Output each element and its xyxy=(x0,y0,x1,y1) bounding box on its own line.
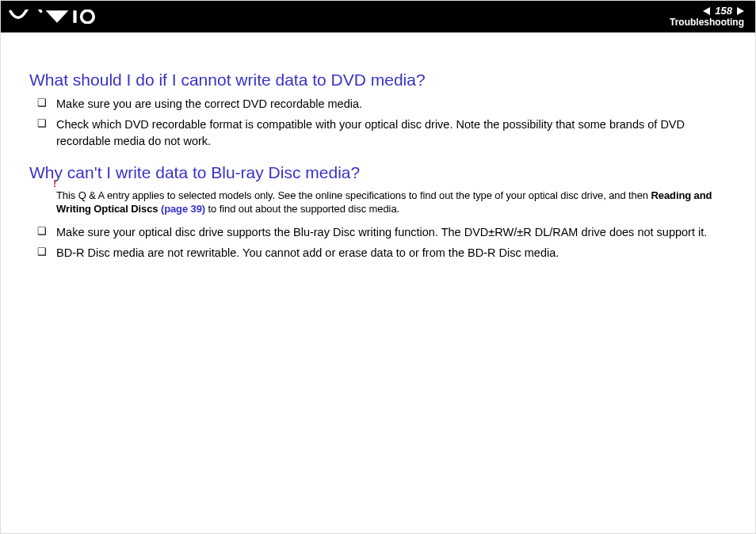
page-header: 158 Troubleshooting xyxy=(1,1,755,32)
section-label: Troubleshooting xyxy=(670,17,744,28)
next-page-icon[interactable] xyxy=(737,7,744,15)
svg-rect-0 xyxy=(73,10,76,23)
question-1-list: Make sure you are using the correct DVD … xyxy=(29,96,727,149)
note-text-2: to find out about the supported disc med… xyxy=(205,203,399,215)
note-text: This Q & A entry applies to selected mod… xyxy=(56,189,651,201)
list-item: Make sure your optical disc drive suppor… xyxy=(29,224,727,240)
list-item: Check which DVD recordable format is com… xyxy=(29,116,727,149)
prev-page-icon[interactable] xyxy=(703,7,710,15)
vaio-logo-svg xyxy=(9,10,96,24)
list-item: Make sure you are using the correct DVD … xyxy=(29,96,727,112)
page-content: What should I do if I cannot write data … xyxy=(1,32,755,280)
question-2-list: Make sure your optical disc drive suppor… xyxy=(29,224,727,261)
page-number: 158 xyxy=(715,6,732,17)
list-item: BD-R Disc media are not rewritable. You … xyxy=(29,245,727,261)
svg-point-1 xyxy=(82,10,94,23)
question-2-title: Why can't I write data to Blu-ray Disc m… xyxy=(29,163,727,182)
page-link[interactable]: (page 39) xyxy=(161,203,205,215)
model-note: ! This Q & A entry applies to selected m… xyxy=(29,189,727,216)
question-1-title: What should I do if I cannot write data … xyxy=(29,71,727,90)
vaio-logo xyxy=(9,10,96,24)
warning-icon: ! xyxy=(53,177,56,191)
page-nav: 158 xyxy=(703,6,744,17)
header-right: 158 Troubleshooting xyxy=(670,6,744,27)
